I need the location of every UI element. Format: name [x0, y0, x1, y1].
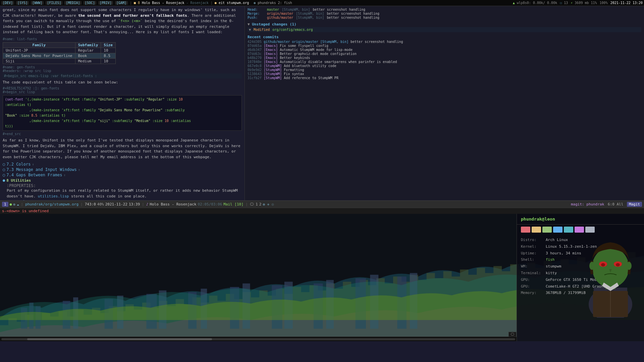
para1: great, since my main font does not suppo…	[3, 7, 242, 35]
main-area: great, since my main font does not suppo…	[0, 6, 644, 200]
commit-row-4: 07dd63c [Emacs] Better graphviz-dot mode…	[248, 52, 641, 56]
font-subfamily-1: Regular	[75, 48, 101, 53]
scrollbar-thumb[interactable]	[27, 338, 212, 340]
properties-label: :PROPERTIES:	[7, 183, 242, 188]
end-src: #+end_src	[3, 132, 242, 136]
properties-block: :PROPERTIES: Part of my configuration is…	[7, 183, 242, 199]
scrollbar-track[interactable]	[1, 338, 515, 340]
status-dots: ● ◆ ◎	[263, 202, 274, 206]
status-sep-2: |	[80, 202, 83, 206]
section-8[interactable]: ● 8 Utilities	[3, 178, 242, 183]
music-title: Holo Bass - Rosenjack	[150, 202, 196, 206]
swatch-green	[542, 227, 552, 233]
col-size: Size	[101, 42, 116, 48]
top-right-info: ▲ wlp8s0: 0.00k/ 0.00k ☐ 13 ⚡ 3609 mb 11…	[513, 1, 643, 5]
code-block: (set-font '(,(make-instance 'xft:font :f…	[3, 95, 242, 131]
wl-status: ▲ wlp8s0: 0.00k/ 0.00k	[513, 1, 557, 5]
status-file: phundrak/org/stumpwm.org	[25, 202, 78, 206]
status-pct: 40%	[97, 202, 104, 206]
font-subfamily-2: Book	[75, 53, 101, 58]
recent-commits-header[interactable]: Recent commits	[248, 35, 641, 39]
mode-label: Magit	[627, 202, 642, 207]
section-73[interactable]: ○ 7.3 Message and Input Windows ↑	[3, 167, 242, 172]
top-separator-2: |	[211, 1, 213, 5]
viz-container: phundrak@leon Distro: Arch Linux Kernel:	[0, 214, 644, 341]
font-size-2: 8.5	[101, 53, 116, 58]
tag-sys[interactable]: [SYS]	[16, 1, 29, 5]
swatch-red	[521, 227, 530, 233]
battery2-info: 100%	[600, 1, 608, 5]
mail-label: Mail [10]	[223, 202, 244, 206]
status-icon-1: ●	[10, 202, 12, 206]
svg-point-29	[616, 263, 620, 266]
workspace-num: 1	[2, 202, 8, 207]
right-pane: Head: master [StumpWM, bin] better scree…	[245, 6, 644, 200]
status-date: 2021-11-22	[105, 202, 127, 206]
commit-row-9: 5138643 [StumpWM] Fix syntax	[248, 72, 641, 76]
status-sep-1: |	[21, 202, 23, 206]
recent-commits-section: Recent commits 424d305 github/master ori…	[248, 35, 641, 80]
table-row: Siji Medium 10	[3, 58, 116, 64]
commit-row-2: 07dd65a [Emacs] Fix some flyspell config	[248, 44, 641, 48]
begin-src: #+begin_src emacs-lisp :var fonts=list-f…	[3, 73, 242, 78]
svg-point-31	[626, 262, 632, 270]
tag-soc[interactable]: [SOC]	[84, 1, 96, 5]
swatch-blue	[553, 227, 562, 233]
minibuffer: s-<down> is undefined	[0, 208, 644, 214]
line-col: 6:0 All	[608, 202, 623, 206]
monitor-info: ☐ 13	[560, 1, 568, 5]
headers-src: #headers: :wrap src lisp	[3, 69, 242, 73]
commit-row-1: 424d305 github/master origin/master [Stu…	[248, 40, 641, 44]
font-subfamily-3: Medium	[75, 58, 101, 64]
commit-row-8: 0b9e9d2 [StumpWM] Formatting	[248, 68, 641, 72]
font-family-2: DejaVu Sans Mono for Powerline	[3, 53, 75, 58]
buffer-indicator-2: 2	[259, 202, 262, 206]
svg-point-30	[589, 262, 595, 270]
svg-point-25	[592, 247, 629, 288]
tag-files[interactable]: [FILES]	[46, 1, 62, 5]
status-icon-cloud: ☁	[17, 202, 19, 206]
mode-info: magit: phundrak	[571, 202, 604, 206]
unstaged-header[interactable]: ▼ Unstaged changes (1)	[248, 22, 641, 26]
tab-fish[interactable]: ● phundraks 2: fish	[254, 1, 292, 5]
begin-src2: #+begin_src lisp	[3, 90, 242, 94]
font-size-3: 10	[101, 58, 116, 64]
tag-gam[interactable]: [GAM]	[115, 1, 128, 5]
merge-row: Merge: origin/master [StumpWM, bin] bett…	[248, 12, 641, 15]
font-size-1: 10	[101, 48, 116, 53]
avatar-area	[577, 224, 644, 318]
status-pos: 743:0	[85, 202, 96, 206]
music-time: 02:05/03:06	[198, 202, 222, 206]
buffer-indicators: 🖵 1	[250, 202, 258, 206]
music-icon: ♪	[146, 202, 149, 206]
section-74[interactable]: ○ 7.4 Gaps Between Frames ↑	[3, 173, 242, 177]
modified-file-row: ▼ Modified org/config/emacs.org	[248, 27, 641, 32]
tag-dev[interactable]: [DEV]	[1, 1, 14, 5]
status-right: magit: phundrak 6:0 All Magit	[571, 202, 642, 206]
left-pane: great, since my main font does not suppo…	[0, 6, 245, 200]
table-row: Unifont-JP Regular 10	[3, 48, 116, 53]
para2: As far as I know, Unifont is the only fo…	[3, 138, 242, 160]
status-sep-4: |	[246, 202, 248, 206]
swatch-yellow	[532, 227, 541, 233]
tag-media[interactable]: [MEDIA]	[64, 1, 81, 5]
table-row: DejaVu Sans Mono for Powerline Book 8.5	[3, 53, 116, 58]
tab-stumpwm[interactable]: ● eit stumpwm.org	[215, 1, 249, 5]
tag-priv[interactable]: [PRIV]	[98, 1, 113, 5]
avatar-svg	[577, 224, 644, 318]
scrollbar-area[interactable]	[0, 337, 517, 341]
section-81[interactable]: ○ 8.1 Binwarp ↑	[7, 200, 242, 200]
col-family: Family	[3, 42, 75, 48]
col-subfamily: Subfamily	[75, 42, 101, 48]
bottom-area: phundrak@leon Distro: Arch Linux Kernel:	[0, 214, 644, 341]
results-label: #+RESULTS[4792 :]: gen-fonts	[3, 86, 242, 90]
font-family-3: Siji	[3, 58, 75, 64]
battery-info: ⚡ 3609 mb 11%	[571, 1, 597, 5]
section-72[interactable]: ○ 7.2 Colors ↑	[3, 162, 242, 167]
minibuffer-text: s-<down> is undefined	[2, 209, 49, 213]
status-sep-3: |	[142, 202, 144, 206]
commit-row-5: b48b270 [Emacs] Better keybinds	[248, 56, 641, 60]
top-bar: [DEV] [SYS] [WWW] [FILES] [MEDIA] [SOC] …	[0, 0, 644, 6]
unstaged-section: ▼ Unstaged changes (1) ▼ Modified org/co…	[248, 22, 641, 32]
tag-www[interactable]: [WWW]	[31, 1, 44, 5]
